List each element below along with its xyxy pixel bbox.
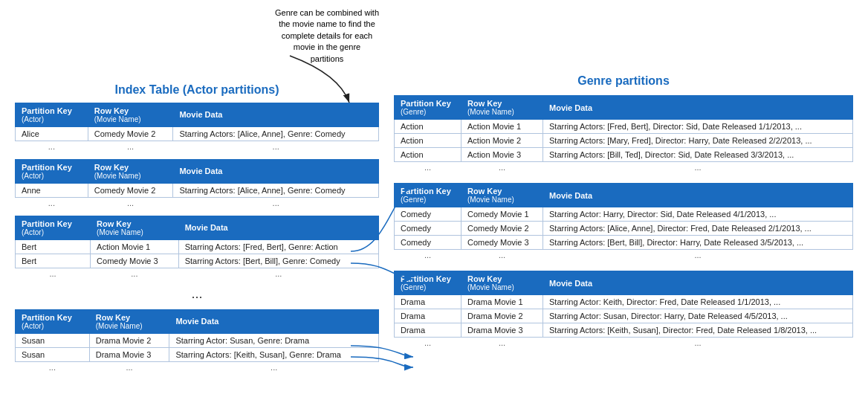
cell-movie-data: Starring Actors: [Keith, Susan], Genre: … — [169, 347, 379, 361]
table-header-row: Partition Key(Genre) Row Key(Movie Name)… — [395, 271, 853, 295]
col-partition-key: Partition Key(Genre) — [395, 271, 461, 295]
dots-cell: ... — [16, 197, 88, 208]
col-row-key: Row Key(Movie Name) — [461, 184, 543, 207]
table-row: Susan Drama Movie 2 Starring Actor: Susa… — [16, 333, 379, 347]
dots-cell: ... — [169, 361, 379, 372]
col-partition-key: Partition Key(Actor) — [16, 216, 91, 239]
left-section-title: Index Table (Actor partitions) — [15, 83, 379, 97]
dots-cell: ... — [178, 268, 378, 279]
ellipsis-separator: ... — [15, 286, 379, 302]
annotation-text: Genre can be combined with the movie nam… — [275, 7, 379, 65]
cell-partition-key: Comedy — [395, 207, 461, 222]
actor-table-bert: Partition Key(Actor) Row Key(Movie Name)… — [15, 216, 379, 279]
table-row: Bert Comedy Movie 3 Starring Actors: [Be… — [16, 254, 379, 268]
dots-cell: ... — [461, 250, 543, 261]
cell-movie-data: Starring Actor: Susan, Genre: Drama — [169, 333, 379, 347]
col-row-key: Row Key(Movie Name) — [461, 96, 543, 120]
cell-row-key: Drama Movie 2 — [461, 309, 543, 323]
cell-partition-key: Anne — [16, 183, 88, 197]
dots-cell: ... — [88, 141, 173, 152]
col-partition-key: Partition Key(Actor) — [16, 103, 88, 126]
dots-cell: ... — [395, 338, 461, 349]
table-row: Action Action Movie 3 Starring Actors: [… — [395, 148, 853, 162]
cell-row-key: Action Movie 1 — [91, 239, 179, 254]
cell-partition-key: Bert — [16, 239, 91, 254]
cell-partition-key: Drama — [395, 309, 461, 323]
right-section-title: Genre partitions — [394, 74, 853, 88]
cell-movie-data: Starring Actor: Susan, Director: Harry, … — [543, 309, 853, 323]
table-row: Drama Drama Movie 2 Starring Actor: Susa… — [395, 309, 853, 323]
cell-movie-data: Starring Actors: [Bill, Ted], Director: … — [543, 148, 853, 162]
col-row-key: Row Key(Movie Name) — [461, 271, 543, 295]
cell-row-key: Drama Movie 2 — [89, 333, 169, 347]
cell-movie-data: Starring Actor: Harry, Director: Sid, Da… — [543, 207, 853, 222]
cell-row-key: Comedy Movie 3 — [91, 254, 179, 268]
genre-table-action: Partition Key(Genre) Row Key(Movie Name)… — [394, 95, 853, 172]
dots-row: ... ... ... — [16, 197, 379, 208]
col-movie-data: Movie Data — [543, 271, 853, 295]
dots-row: ... ... ... — [16, 361, 379, 372]
table-row: Drama Drama Movie 1 Starring Actor: Keit… — [395, 295, 853, 309]
dots-cell: ... — [88, 197, 173, 208]
cell-row-key: Comedy Movie 2 — [88, 126, 173, 141]
cell-row-key: Action Movie 3 — [461, 148, 543, 162]
dots-cell: ... — [395, 250, 461, 261]
col-partition-key: Partition Key(Actor) — [16, 159, 88, 183]
cell-movie-data: Starring Actor: Keith, Director: Fred, D… — [543, 295, 853, 309]
dots-row: ... ... ... — [395, 338, 853, 349]
dots-cell: ... — [543, 338, 853, 349]
table-row: Comedy Comedy Movie 3 Starring Actors: [… — [395, 236, 853, 250]
col-row-key: Row Key(Movie Name) — [91, 216, 179, 239]
table-row: Anne Comedy Movie 2 Starring Actors: [Al… — [16, 183, 379, 197]
dots-row: ... ... ... — [395, 250, 853, 261]
actor-table-anne: Partition Key(Actor) Row Key(Movie Name)… — [15, 159, 379, 208]
cell-partition-key: Bert — [16, 254, 91, 268]
dots-cell: ... — [173, 197, 379, 208]
cell-movie-data: Starring Actors: [Fred, Bert], Genre: Ac… — [178, 239, 378, 254]
cell-movie-data: Starring Actors: [Keith, Susan], Directo… — [543, 323, 853, 338]
cell-row-key: Drama Movie 3 — [461, 323, 543, 338]
dots-cell: ... — [461, 338, 543, 349]
table-row: Drama Drama Movie 3 Starring Actors: [Ke… — [395, 323, 853, 338]
cell-partition-key: Action — [395, 148, 461, 162]
cell-movie-data: Starring Actors: [Alice, Anne], Genre: C… — [173, 183, 379, 197]
cell-partition-key: Susan — [16, 333, 90, 347]
dots-row: ... ... ... — [395, 162, 853, 173]
table-header-row: Partition Key(Genre) Row Key(Movie Name)… — [395, 184, 853, 207]
table-row: Bert Action Movie 1 Starring Actors: [Fr… — [16, 239, 379, 254]
col-movie-data: Movie Data — [178, 216, 378, 239]
dots-cell: ... — [16, 361, 90, 372]
table-row: Comedy Comedy Movie 1 Starring Actor: Ha… — [395, 207, 853, 222]
cell-partition-key: Susan — [16, 347, 90, 361]
dots-row: ... ... ... — [16, 268, 379, 279]
cell-movie-data: Starring Actors: [Bert, Bill], Genre: Co… — [178, 254, 378, 268]
cell-movie-data: Starring Actors: [Alice, Anne], Genre: C… — [173, 126, 379, 141]
cell-row-key: Action Movie 1 — [461, 120, 543, 134]
dots-row: ... ... ... — [16, 141, 379, 152]
table-row: Action Action Movie 1 Starring Actors: [… — [395, 120, 853, 134]
table-header-row: Partition Key(Actor) Row Key(Movie Name)… — [16, 309, 379, 333]
col-movie-data: Movie Data — [543, 184, 853, 207]
cell-row-key: Drama Movie 1 — [461, 295, 543, 309]
dots-cell: ... — [16, 141, 88, 152]
col-movie-data: Movie Data — [169, 309, 379, 333]
col-row-key: Row Key(Movie Name) — [88, 103, 173, 126]
col-row-key: Row Key(Movie Name) — [88, 159, 173, 183]
dots-cell: ... — [16, 268, 91, 279]
table-header-row: Partition Key(Actor) Row Key(Movie Name)… — [16, 216, 379, 239]
table-header-row: Partition Key(Actor) Row Key(Movie Name)… — [16, 103, 379, 126]
col-row-key: Row Key(Movie Name) — [89, 309, 169, 333]
cell-row-key: Comedy Movie 3 — [461, 236, 543, 250]
table-row: Susan Drama Movie 3 Starring Actors: [Ke… — [16, 347, 379, 361]
cell-partition-key: Drama — [395, 295, 461, 309]
cell-movie-data: Starring Actors: [Bert, Bill], Director:… — [543, 236, 853, 250]
dots-cell: ... — [395, 162, 461, 173]
dots-cell: ... — [89, 361, 169, 372]
genre-table-drama: Partition Key(Genre) Row Key(Movie Name)… — [394, 271, 853, 348]
col-partition-key: Partition Key(Genre) — [395, 96, 461, 120]
cell-row-key: Comedy Movie 1 — [461, 207, 543, 222]
col-movie-data: Movie Data — [173, 159, 379, 183]
dots-cell: ... — [461, 162, 543, 173]
cell-movie-data: Starring Actors: [Alice, Anne], Director… — [543, 222, 853, 236]
cell-partition-key: Comedy — [395, 222, 461, 236]
